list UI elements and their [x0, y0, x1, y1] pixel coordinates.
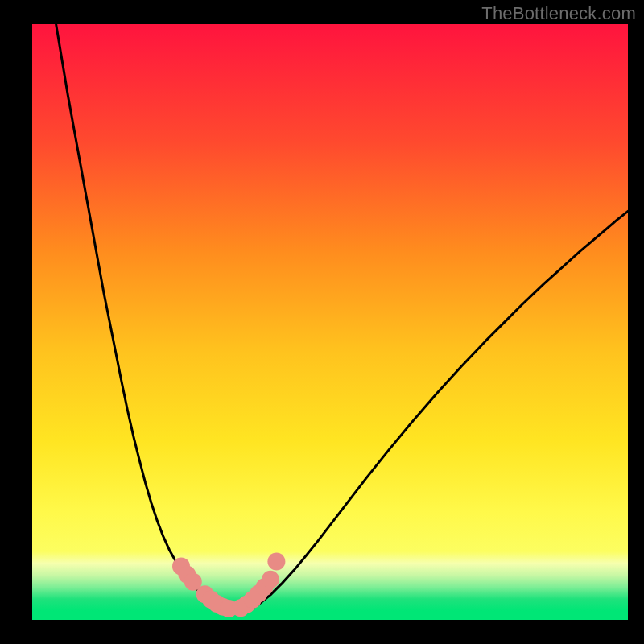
plot-area — [32, 24, 628, 620]
chart-container: TheBottleneck.com — [0, 0, 644, 644]
data-marker — [262, 571, 279, 588]
data-marker — [267, 552, 285, 570]
chart-svg — [32, 24, 628, 620]
watermark-text: TheBottleneck.com — [481, 3, 636, 24]
gradient-background — [32, 24, 628, 620]
